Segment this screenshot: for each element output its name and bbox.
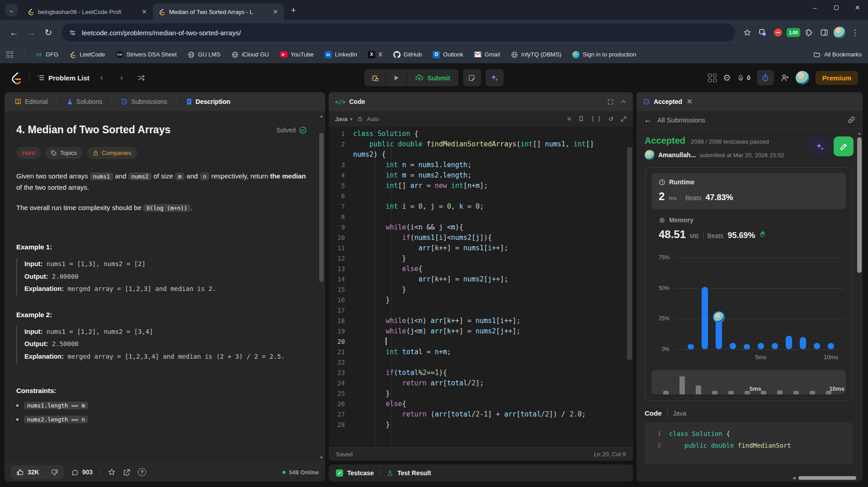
code-line[interactable]: 25 } — [329, 389, 633, 399]
runtime-bar-1ms[interactable] — [702, 287, 708, 349]
bookmark-gu-lms[interactable]: GU LMS — [188, 51, 221, 58]
code-line[interactable]: 1class Solution { — [329, 129, 633, 139]
description-scrollbar[interactable] — [319, 133, 324, 282]
reload-icon[interactable]: ↻ — [40, 24, 57, 41]
code-line[interactable]: 23 if(total%2==1){ — [329, 368, 633, 378]
extensions-puzzle-icon[interactable] — [801, 25, 816, 40]
window-minimize-button[interactable]: – — [804, 0, 826, 15]
tab-editorial[interactable]: Editorial — [11, 96, 52, 107]
runtime-bar-4ms[interactable] — [744, 344, 750, 349]
testcase-tab[interactable]: ✓ Testcase — [336, 469, 374, 477]
user-result-marker[interactable] — [713, 311, 725, 323]
reset-icon[interactable]: ↺ — [608, 115, 613, 122]
format-icon[interactable]: ≡ — [567, 115, 571, 122]
analyze-ai-button[interactable] — [810, 136, 830, 156]
collapse-panel-icon[interactable] — [620, 98, 627, 105]
browser-tab-1[interactable]: beingbashar06 - LeetCode Profi ✕ — [22, 4, 153, 20]
bookmark-x[interactable]: XX — [368, 51, 382, 58]
collaborate-icon[interactable] — [780, 73, 789, 82]
close-tab-icon[interactable]: ✕ — [687, 98, 693, 106]
code-editor[interactable]: 1class Solution {2 public double findMed… — [329, 126, 633, 447]
bookmark-icon[interactable] — [578, 116, 584, 122]
side-panel-icon[interactable] — [816, 25, 832, 40]
code-line[interactable]: 2 public double findMedianSort — [651, 440, 846, 451]
code-line[interactable]: 17 — [329, 305, 633, 316]
share-icon[interactable] — [123, 468, 131, 476]
favorite-star-icon[interactable] — [108, 468, 116, 476]
forward-icon[interactable]: → — [23, 24, 40, 41]
code-line[interactable]: 7 int i = 0, j = 0, k = 0; — [329, 201, 633, 212]
back-arrow-icon[interactable]: ← — [644, 115, 652, 125]
scroll-left-arrow[interactable]: ◀ — [792, 475, 796, 480]
code-line[interactable]: 5 int[] arr = new int[n+m]; — [329, 181, 633, 191]
leetcode-logo[interactable] — [10, 71, 22, 84]
runtime-card[interactable]: Runtime 2 ms Beats 47.83% — [651, 173, 846, 209]
code-line[interactable]: nums2) { — [329, 150, 633, 160]
runtime-bar-10ms[interactable] — [828, 343, 834, 349]
bookmark-star-icon[interactable] — [740, 25, 755, 40]
companies-button[interactable]: Companies — [87, 147, 137, 159]
all-submissions-link[interactable]: All Submissions — [657, 116, 705, 124]
code-line[interactable]: 3 int n = nums1.length; — [329, 160, 633, 170]
topics-button[interactable]: Topics — [45, 147, 83, 159]
code-line[interactable]: 20 — [329, 337, 633, 347]
code-line[interactable]: 22 — [329, 357, 633, 368]
language-selector[interactable]: Java ▾ — [335, 116, 353, 122]
site-settings-icon[interactable] — [69, 29, 76, 37]
bookmark-strivers-dsa-sheet[interactable]: TUFStrivers DSA Sheet — [116, 51, 177, 58]
bookmark-leetcode[interactable]: LeetCode — [69, 51, 105, 58]
tab-close-icon[interactable]: ✕ — [271, 8, 279, 16]
tab-close-icon[interactable]: ✕ — [140, 8, 148, 16]
bookmark-infytq-dbms-[interactable]: InfyTQ (DBMS) — [511, 51, 561, 58]
settings-gear-icon[interactable]: ⚙ — [723, 72, 731, 83]
notes-button[interactable] — [463, 69, 481, 86]
code-line[interactable]: 9 while(i<n && j <m){ — [329, 222, 633, 233]
ai-assistant-icon[interactable] — [486, 69, 504, 86]
runtime-bar-5ms[interactable] — [758, 343, 764, 349]
code-line[interactable]: 1class Solution { — [651, 428, 846, 440]
code-line[interactable]: 15 } — [329, 285, 633, 295]
horizontal-scrollbar-thumb[interactable] — [798, 476, 856, 480]
code-line[interactable]: 16 } — [329, 295, 633, 305]
chart-minimap[interactable]: 5ms10ms — [651, 370, 846, 394]
braces-icon[interactable]: { } — [591, 116, 601, 122]
code-line[interactable]: 14 arr[k++] = nums2[j++]; — [329, 274, 633, 285]
tab-groups-icon[interactable] — [755, 25, 770, 40]
code-line[interactable]: 2 public double findMedianSortedArrays(i… — [329, 139, 633, 150]
tab-solutions[interactable]: Solutions — [63, 96, 106, 107]
user-avatar[interactable] — [796, 71, 809, 84]
code-line[interactable]: 24 return arr[total/2]; — [329, 378, 633, 389]
streak-counter[interactable]: 0 — [737, 74, 750, 82]
tab-submissions[interactable]: Submissions — [117, 96, 170, 107]
window-close-button[interactable]: ✕ — [847, 0, 868, 15]
bookmark-gmail[interactable]: Gmail — [474, 51, 500, 58]
window-maximize-button[interactable] — [826, 0, 847, 15]
run-button[interactable] — [386, 69, 406, 86]
runtime-distribution-chart[interactable]: 75%50%25%0%5ms10ms — [651, 245, 846, 364]
layout-grid-icon[interactable] — [708, 74, 717, 82]
comments-button[interactable]: 903 — [71, 468, 93, 476]
browser-tab-2[interactable]: Median of Two Sorted Arrays - L ✕ — [153, 4, 284, 20]
all-bookmarks-button[interactable]: All Bookmarks — [813, 51, 862, 58]
auto-label[interactable]: Auto — [367, 116, 379, 122]
editor-scrollbar[interactable] — [627, 147, 632, 360]
test-result-tab[interactable]: Test Result — [387, 469, 431, 477]
edit-solution-button[interactable] — [834, 136, 854, 156]
apps-grid-icon[interactable] — [6, 51, 13, 58]
runtime-bar-7ms[interactable] — [786, 336, 792, 349]
code-line[interactable]: 18 while(i<n) arr[k++] = nums1[i++]; — [329, 316, 633, 326]
bookmark-icloud-gu[interactable]: iCloud GU — [231, 51, 269, 58]
help-icon[interactable]: ? — [138, 468, 146, 476]
shuffle-icon[interactable] — [134, 70, 149, 85]
extension-badge[interactable]: 1.00 — [786, 25, 801, 40]
bookmark-outlook[interactable]: OOutlook — [433, 51, 463, 58]
code-line[interactable]: 21 int total = n+m; — [329, 347, 633, 357]
runtime-bar-8ms[interactable] — [800, 337, 806, 349]
cursor-position[interactable]: Ln 20, Col 9 — [594, 451, 626, 458]
bookmark-sign-in-to-production[interactable]: ‹›Sign in to production — [572, 51, 637, 58]
submit-button[interactable]: Submit — [407, 69, 458, 86]
back-icon[interactable]: ← — [5, 24, 23, 41]
code-line[interactable]: 8 — [329, 212, 633, 222]
scroll-up-arrow[interactable]: ▲ — [319, 114, 324, 118]
bookmark-linkedin[interactable]: inLinkedIn — [325, 51, 357, 58]
